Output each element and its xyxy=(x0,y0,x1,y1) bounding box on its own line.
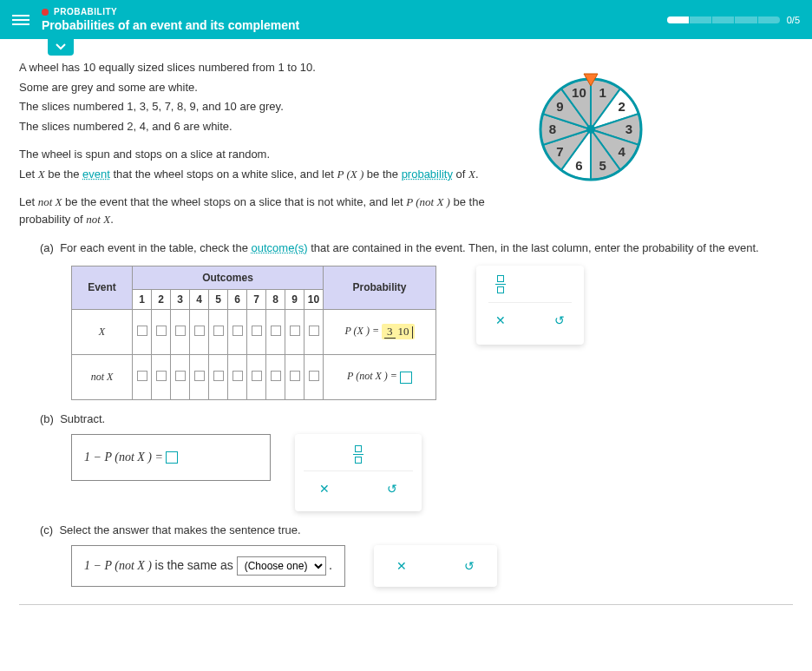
answer-select[interactable]: (Choose one) xyxy=(237,556,326,576)
col-num: 2 xyxy=(152,289,171,309)
part-a: (a) For each event in the table, check t… xyxy=(40,240,793,257)
checkbox[interactable] xyxy=(213,326,224,336)
chevron-down-icon[interactable] xyxy=(48,38,74,56)
svg-point-10 xyxy=(586,125,595,134)
checkbox[interactable] xyxy=(271,326,281,336)
status-dot-icon xyxy=(42,9,49,16)
checkbox[interactable] xyxy=(175,326,186,336)
undo-button[interactable]: ↺ xyxy=(380,477,404,501)
term-probability[interactable]: probability xyxy=(402,168,453,181)
checkbox[interactable] xyxy=(213,371,224,381)
col-num: 9 xyxy=(285,289,304,309)
svg-text:7: 7 xyxy=(556,144,563,159)
svg-text:1: 1 xyxy=(599,85,606,100)
checkbox[interactable] xyxy=(194,371,205,381)
checkbox[interactable] xyxy=(232,371,243,381)
svg-text:10: 10 xyxy=(572,85,586,100)
tool-panel-a: ✕ ↺ xyxy=(476,266,584,345)
col-num: 1 xyxy=(133,289,152,309)
spinner-wheel: 12345678910 xyxy=(526,64,656,197)
partc-sentence: 1 − P (not X ) is the same as (Choose on… xyxy=(71,545,345,587)
outcomes-table: Event Outcomes Probability 12345678910 X… xyxy=(71,266,436,400)
tool-panel-c: ✕ ↺ xyxy=(374,545,497,587)
svg-text:3: 3 xyxy=(625,122,632,136)
page-title: Probabilities of an event and its comple… xyxy=(42,18,299,32)
header-text: PROBABILITY Probabilities of an event an… xyxy=(42,7,299,32)
col-num: 6 xyxy=(228,289,247,309)
part-b: (b) Subtract. xyxy=(40,412,793,425)
svg-text:9: 9 xyxy=(556,99,563,114)
row-X-label: X xyxy=(72,309,133,354)
fraction-tool-icon[interactable] xyxy=(346,443,370,467)
prob-X-cell[interactable]: P (X ) = 310 xyxy=(324,309,436,354)
row-notX-label: not X xyxy=(72,354,133,399)
checkbox[interactable] xyxy=(309,326,319,336)
svg-text:4: 4 xyxy=(618,144,625,159)
tool-panel-b: ✕ ↺ xyxy=(295,434,422,511)
checkbox[interactable] xyxy=(252,371,262,381)
col-num: 3 xyxy=(171,289,190,309)
answer-input[interactable] xyxy=(400,372,412,384)
checkbox[interactable] xyxy=(252,326,262,336)
prob-notX-cell[interactable]: P (not X ) = xyxy=(324,354,436,399)
checkbox[interactable] xyxy=(156,326,167,336)
progress-text: 0/5 xyxy=(787,15,800,25)
undo-button[interactable]: ↺ xyxy=(457,554,481,578)
col-num: 5 xyxy=(209,289,228,309)
checkbox[interactable] xyxy=(290,371,300,381)
svg-text:5: 5 xyxy=(599,158,606,173)
hdr-outcomes: Outcomes xyxy=(133,266,324,289)
term-outcomes[interactable]: outcome(s) xyxy=(252,241,308,254)
app-header: PROBABILITY Probabilities of an event an… xyxy=(0,0,812,39)
close-button[interactable]: ✕ xyxy=(312,477,337,501)
checkbox[interactable] xyxy=(194,326,205,336)
bottom-divider xyxy=(19,604,793,605)
checkbox[interactable] xyxy=(271,371,281,381)
col-num: 8 xyxy=(266,289,285,309)
checkbox[interactable] xyxy=(309,371,319,381)
part-c: (c) Select the answer that makes the sen… xyxy=(40,523,793,536)
checkbox[interactable] xyxy=(137,326,147,336)
undo-button[interactable]: ↺ xyxy=(547,308,572,332)
fraction-tool-icon[interactable] xyxy=(488,273,513,297)
term-event[interactable]: event xyxy=(82,168,110,181)
problem-statement: A wheel has 10 equally sized slices numb… xyxy=(19,59,488,227)
checkbox[interactable] xyxy=(290,326,300,336)
svg-text:8: 8 xyxy=(549,122,556,136)
checkbox[interactable] xyxy=(156,371,167,381)
col-num: 4 xyxy=(190,289,209,309)
close-button[interactable]: ✕ xyxy=(488,308,513,332)
close-button[interactable]: ✕ xyxy=(390,554,414,578)
svg-text:6: 6 xyxy=(575,158,582,173)
subtract-expression: 1 − P (not X ) = xyxy=(71,434,271,481)
progress-bar xyxy=(667,16,780,23)
progress-widget: 0/5 xyxy=(667,15,800,25)
checkbox[interactable] xyxy=(232,326,243,336)
dropdown-tab[interactable] xyxy=(48,38,812,56)
svg-text:2: 2 xyxy=(618,99,625,114)
category-label: PROBABILITY xyxy=(54,7,117,16)
answer-input[interactable] xyxy=(166,451,178,464)
hdr-probability: Probability xyxy=(324,266,436,309)
hamburger-icon[interactable] xyxy=(12,12,29,28)
checkbox[interactable] xyxy=(175,371,186,381)
hdr-event: Event xyxy=(72,266,133,309)
col-num: 10 xyxy=(304,289,324,309)
checkbox[interactable] xyxy=(137,371,147,381)
col-num: 7 xyxy=(247,289,266,309)
